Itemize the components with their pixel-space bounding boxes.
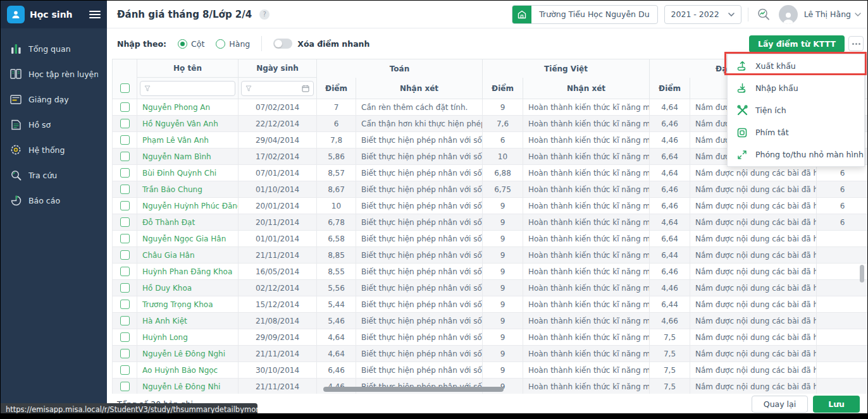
sidebar-item-giang-day[interactable]: Giảng dạy — [1, 87, 107, 112]
dd-score-cell: 7,5 — [650, 329, 690, 346]
back-button[interactable]: Quay lại — [752, 396, 808, 413]
row-checkbox[interactable] — [120, 185, 130, 194]
row-checkbox[interactable] — [120, 332, 130, 342]
student-name-cell[interactable]: Trương Trọng Khoa — [137, 296, 239, 313]
row-checkbox[interactable] — [120, 201, 130, 210]
menu-item-xuat-khau[interactable]: Xuất khẩu — [728, 55, 864, 77]
select-all-checkbox[interactable] — [120, 83, 130, 93]
sidebar-item-hoc-tap-ren-luyen[interactable]: Học tập rèn luyện — [1, 61, 107, 87]
student-name-cell[interactable]: Châu Gia Hân — [137, 247, 239, 264]
row-checkbox[interactable] — [120, 102, 130, 112]
radio-column[interactable]: Cột — [178, 39, 204, 49]
dob-filter-input[interactable] — [241, 81, 314, 96]
row-checkbox[interactable] — [120, 300, 130, 309]
save-button[interactable]: Lưu — [813, 396, 860, 413]
student-name-cell[interactable]: Nguyễn Ngọc Gia Hân — [137, 231, 239, 247]
get-scores-button[interactable]: Lấy điểm từ KTTT — [749, 35, 845, 52]
select-column-header — [112, 59, 137, 78]
student-name-cell[interactable]: Phạm Lê Vân Anh — [137, 132, 239, 149]
row-checkbox[interactable] — [120, 349, 130, 358]
dob-cell: 07/01/2014 — [239, 165, 317, 181]
sidebar-item-tong-quan[interactable]: Tổng quan — [1, 36, 107, 61]
viet-score-cell: 9 — [483, 247, 523, 264]
row-checkbox[interactable] — [120, 382, 130, 391]
dob-filter-cell — [239, 78, 317, 99]
school-selector[interactable]: Trường Tiểu Học Nguyễn Du — [512, 5, 657, 24]
checkbox-cell — [112, 149, 137, 165]
sidebar-item-ho-so[interactable]: Hồ sơ — [1, 112, 107, 137]
user-menu[interactable]: Lê Thị Hằng — [804, 9, 861, 19]
chevron-down-icon — [728, 13, 735, 16]
quick-delete-toggle[interactable]: Xóa điểm nhanh — [273, 39, 369, 49]
radio-row[interactable]: Hàng — [216, 39, 250, 49]
select-all-cell — [112, 78, 137, 99]
row-checkbox[interactable] — [120, 234, 130, 243]
horizontal-scrollbar[interactable] — [323, 387, 504, 392]
menu-item-tien-ich[interactable]: Tiện ích — [728, 99, 864, 121]
viet-comment-cell: Hoàn thành kiến thức kĩ năng môn. ... — [523, 214, 650, 231]
sidebar-item-bao-cao[interactable]: Báo cáo — [1, 188, 107, 213]
viet-comment-cell: Hoàn thành kiến thức kĩ năng môn. ... — [523, 264, 650, 280]
row-checkbox[interactable] — [120, 365, 130, 375]
row-checkbox[interactable] — [120, 217, 130, 227]
student-name-cell[interactable]: Hồ Nguyễn Vân Anh — [137, 116, 239, 132]
student-name-cell[interactable]: Đỗ Thành Đạt — [137, 214, 239, 231]
student-name-cell[interactable]: Ao Huỳnh Bảo Ngọc — [137, 362, 239, 379]
help-icon[interactable]: ? — [259, 9, 270, 20]
row-checkbox[interactable] — [120, 168, 130, 178]
student-name-cell[interactable]: Huỳnh Phan Đăng Khoa — [137, 264, 239, 280]
menu-item-nhap-khau[interactable]: Nhập khẩu — [728, 77, 864, 99]
student-name-cell[interactable]: Hồ Duy Khoa — [137, 280, 239, 296]
sidebar-item-tra-cuu[interactable]: Tra cứu — [1, 162, 107, 188]
sidebar-item-label: Giảng dạy — [28, 95, 69, 104]
table-row: Nguyễn Lê Đông Nghi21/11/20144,64Biết th… — [112, 346, 868, 362]
school-year-select[interactable]: 2021 - 2022 — [664, 5, 741, 24]
student-name-cell[interactable]: Bùi Đinh Quỳnh Chi — [137, 165, 239, 181]
fullscreen-icon — [736, 149, 748, 161]
dd-score-cell: 6,46 — [650, 264, 690, 280]
table-row: Châu Gia Hân21/11/20148,85Biết thực hiện… — [112, 247, 868, 264]
hamburger-menu-icon[interactable] — [89, 11, 101, 18]
topbar-divider — [748, 8, 748, 21]
row-checkbox[interactable] — [120, 316, 130, 325]
menu-item-phim-tat[interactable]: Phím tắt — [728, 121, 864, 143]
row-checkbox[interactable] — [120, 283, 130, 293]
checkbox-cell — [112, 214, 137, 231]
checkbox-cell — [112, 313, 137, 329]
student-name-cell[interactable]: Huỳnh Long — [137, 329, 239, 346]
vertical-scrollbar[interactable] — [860, 265, 864, 282]
menu-item-phong-to-thu-nho[interactable]: Phóng to/thu nhỏ màn hình (F11) — [728, 143, 864, 166]
student-name-cell[interactable]: Nguyễn Lê Đông Nhi — [137, 379, 239, 394]
menu-item-label: Xuất khẩu — [755, 61, 796, 71]
row-checkbox[interactable] — [120, 135, 130, 145]
input-mode-label: Nhập theo: — [117, 39, 166, 49]
viet-score-cell: 9 — [483, 362, 523, 379]
name-filter-input[interactable] — [140, 81, 235, 96]
viet-comment-cell: Hoàn thành kiến thức kĩ năng môn. ... — [523, 165, 650, 181]
table-row: Trần Bảo Chung01/10/20148,67Biết thực hi… — [112, 181, 868, 198]
search-stats-icon[interactable] — [755, 6, 772, 23]
student-name-cell[interactable]: Hà Anh Kiệt — [137, 313, 239, 329]
viet-comment-cell: Hoàn thành kiến thức kĩ năng môn. ... — [523, 99, 650, 116]
row-checkbox[interactable] — [120, 267, 130, 276]
dd-comment-cell: Nắm được nội dung các bài đã học ... — [690, 247, 817, 264]
viet-score-cell: 9 — [483, 346, 523, 362]
student-name-cell[interactable]: Nguyễn Lê Đông Nghi — [137, 346, 239, 362]
avatar[interactable] — [779, 5, 798, 24]
toggle-switch-icon — [273, 39, 292, 49]
checkbox-cell — [112, 198, 137, 214]
sidebar-item-he-thong[interactable]: Hệ thống — [1, 137, 107, 162]
dd-comment-cell: Nắm được nội dung các bài đã học ... — [690, 296, 817, 313]
dd-score-cell: 4,64 — [650, 214, 690, 231]
row-checkbox[interactable] — [120, 250, 130, 260]
math-comment-cell: Biết thực hiện phép nhân với số thậ... — [356, 132, 483, 149]
math-comment-cell: Biết thực hiện phép nhân với số thậ... — [356, 247, 483, 264]
student-name-cell[interactable]: Trần Bảo Chung — [137, 181, 239, 198]
row-checkbox[interactable] — [120, 119, 130, 128]
more-options-button[interactable] — [848, 36, 864, 51]
student-name-cell[interactable]: Nguyễn Nam Bình — [137, 149, 239, 165]
student-name-cell[interactable]: Nguyễn Phong An — [137, 99, 239, 116]
table-row: Huỳnh Phan Đăng Khoa16/05/20148,55Biết t… — [112, 264, 868, 280]
student-name-cell[interactable]: Nguyễn Huỳnh Phúc Đăng — [137, 198, 239, 214]
row-checkbox[interactable] — [120, 152, 130, 161]
